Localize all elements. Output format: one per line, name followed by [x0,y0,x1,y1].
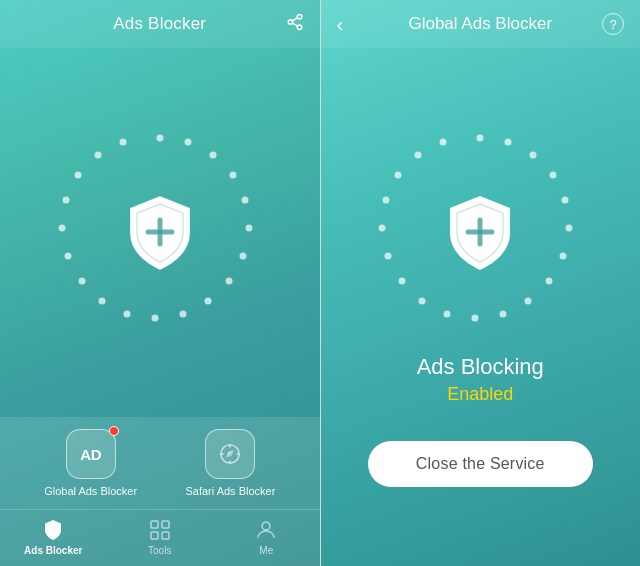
svg-point-14 [179,310,186,317]
svg-point-8 [229,171,236,178]
svg-point-55 [383,196,390,203]
tab-tools[interactable]: Tools [107,518,214,556]
left-bottom: AD Global Ads Blocker [0,417,320,566]
svg-point-47 [525,297,532,304]
dots-ring-icon [55,128,265,338]
global-ads-blocker-icon-wrapper: AD [66,429,116,479]
svg-point-15 [151,314,158,321]
right-shield-container[interactable] [375,128,585,338]
svg-point-49 [472,314,479,321]
global-ads-blocker-label: Global Ads Blocker [44,485,137,497]
svg-point-21 [62,196,69,203]
svg-point-10 [245,224,252,231]
status-title: Ads Blocking [417,354,544,380]
tab-ads-blocker-label: Ads Blocker [24,545,82,556]
svg-point-44 [566,224,573,231]
svg-point-24 [119,138,126,145]
svg-rect-34 [151,521,158,528]
app-item-safari[interactable]: Safari Ads Blocker [185,429,275,497]
tab-ads-blocker[interactable]: Ads Blocker [0,518,107,556]
svg-line-4 [292,17,297,20]
svg-point-45 [560,252,567,259]
svg-point-5 [156,134,163,141]
svg-point-52 [399,277,406,284]
svg-point-23 [94,151,101,158]
svg-point-20 [58,224,65,231]
tools-tab-icon [148,518,172,542]
svg-point-42 [550,171,557,178]
share-icon[interactable] [286,13,304,36]
svg-point-56 [395,171,402,178]
app-list: AD Global Ads Blocker [0,429,320,509]
svg-point-22 [74,171,81,178]
svg-point-43 [562,196,569,203]
shield-tab-icon [41,518,65,542]
svg-point-39 [477,134,484,141]
shield-container[interactable] [55,128,265,338]
svg-line-3 [292,23,297,26]
safari-compass-icon [219,443,241,465]
svg-rect-35 [162,521,169,528]
left-header: Ads Blocker [0,0,320,48]
left-panel: Ads Blocker [0,0,320,566]
svg-point-9 [241,196,248,203]
right-dots-ring-icon [375,128,585,338]
svg-point-7 [209,151,216,158]
help-button[interactable]: ? [602,13,624,35]
right-panel: ‹ Global Ads Blocker ? [321,0,641,566]
svg-point-57 [415,151,422,158]
svg-point-54 [379,224,386,231]
right-title: Global Ads Blocker [408,14,552,34]
help-icon: ? [609,17,616,32]
svg-point-16 [123,310,130,317]
svg-rect-37 [162,532,169,539]
status-text: Ads Blocking Enabled [417,354,544,405]
right-header: ‹ Global Ads Blocker ? [321,0,641,48]
global-ads-blocker-icon-text: AD [80,446,101,463]
back-button[interactable]: ‹ [337,13,344,36]
svg-point-48 [500,310,507,317]
svg-point-38 [262,522,270,530]
tab-tools-label: Tools [148,545,171,556]
bottom-tab-bar: Ads Blocker Tools [0,509,320,562]
svg-point-40 [505,138,512,145]
safari-ads-blocker-icon-wrapper [205,429,255,479]
svg-rect-36 [151,532,158,539]
safari-ads-blocker-label: Safari Ads Blocker [185,485,275,497]
svg-point-17 [98,297,105,304]
right-main: Ads Blocking Enabled Close the Service [321,48,641,566]
svg-point-6 [184,138,191,145]
svg-point-58 [440,138,447,145]
close-service-button[interactable]: Close the Service [368,441,593,487]
svg-point-18 [78,277,85,284]
notification-badge [109,426,119,436]
svg-point-53 [385,252,392,259]
svg-point-12 [225,277,232,284]
tab-me-label: Me [259,545,273,556]
svg-point-13 [204,297,211,304]
me-tab-icon [254,518,278,542]
svg-point-46 [546,277,553,284]
left-title: Ads Blocker [113,14,206,34]
app-item-global[interactable]: AD Global Ads Blocker [44,429,137,497]
svg-point-51 [419,297,426,304]
left-main [0,48,320,417]
svg-point-19 [64,252,71,259]
svg-point-11 [239,252,246,259]
svg-point-41 [530,151,537,158]
tab-me[interactable]: Me [213,518,320,556]
status-enabled: Enabled [417,384,544,405]
svg-point-50 [444,310,451,317]
